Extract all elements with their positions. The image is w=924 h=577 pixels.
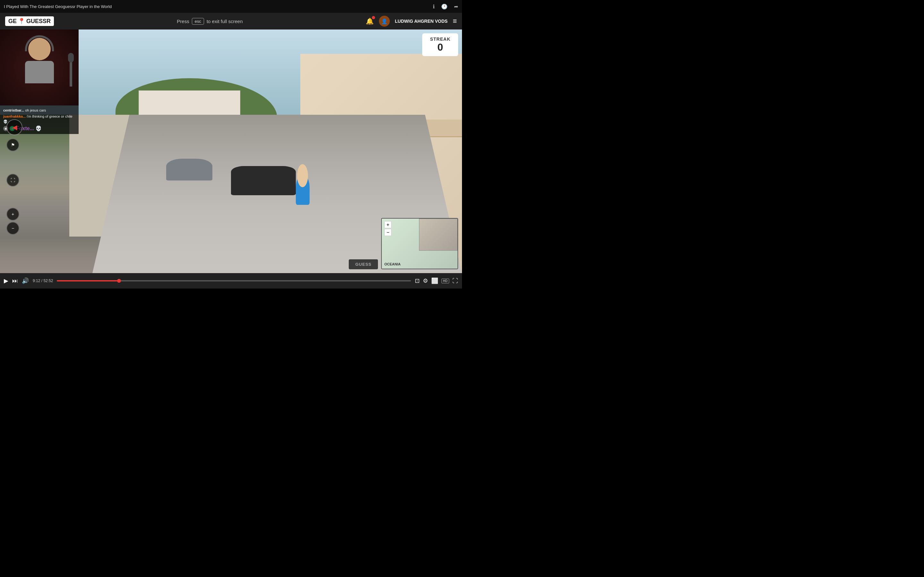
progress-bar-container[interactable] [57, 280, 411, 282]
streamer-body [25, 61, 54, 83]
map-zoom-controls: + − [384, 221, 391, 236]
hd-badge: HD [441, 279, 449, 284]
bottom-bar: ▶ ⏭ 🔊 9:12 / 52:52 ⊡ ⚙ ⬜ HD ⛶ [0, 273, 462, 288]
skip-button[interactable]: ⏭ [12, 277, 18, 284]
chat-line-1: centristbar... oh jesus cars [3, 108, 75, 113]
volume-button[interactable]: 🔊 [22, 277, 29, 284]
streak-box: STREAK 0 [422, 33, 458, 56]
direction-arrow[interactable]: ◀ [6, 119, 23, 135]
arrow-icon: ◀ [12, 123, 17, 131]
play-button[interactable]: ▶ [4, 277, 8, 284]
subtitles-button[interactable]: ⊡ [415, 277, 420, 284]
mini-map-content: + − OCEANIA [382, 219, 457, 269]
mini-map[interactable]: + − OCEANIA [381, 218, 458, 269]
guess-button[interactable]: GUESS [349, 259, 378, 269]
webcam-overlay [0, 29, 79, 105]
car-covered [166, 159, 212, 181]
youtube-header: GE 📍 GUESSR Press esc to exit full scree… [0, 13, 462, 29]
thumb-inner [419, 219, 457, 250]
title-icons: ℹ 🕐 ➦ [433, 3, 458, 10]
mic-head [68, 53, 74, 63]
map-zoom-in[interactable]: + [384, 221, 391, 228]
notification-bell-icon[interactable]: 🔔 [366, 17, 374, 25]
esc-key-badge: esc [192, 18, 204, 25]
channel-name: LUDWIG AHGREN VODS [395, 19, 447, 24]
headphones [25, 35, 54, 51]
chat-user-2: juanfrakkka... [3, 114, 26, 118]
info-icon[interactable]: ℹ [433, 3, 435, 10]
streak-value: 0 [430, 42, 451, 53]
time-display: 9:12 / 52:52 [33, 279, 53, 283]
fullscreen-suffix: to exit full screen [207, 19, 243, 24]
clock-icon[interactable]: 🕐 [441, 3, 447, 10]
car-dark [231, 166, 296, 195]
flag-button[interactable]: ⚑ [6, 139, 19, 151]
zoom-out-button[interactable]: − [6, 222, 19, 235]
fullscreen-button[interactable]: ⛶ [452, 277, 458, 284]
page-title: I Played With The Greatest Geoguessr Pla… [4, 4, 111, 9]
settings-button[interactable]: ⚙ [423, 277, 428, 284]
chat-user-1: centristbar... [3, 108, 24, 112]
flag-ctrl[interactable]: ⚑ [6, 139, 19, 151]
logo-geo-text: GE [8, 18, 17, 25]
zoom-in-button[interactable]: + [6, 208, 19, 221]
main-content: centristbar... oh jesus cars juanfrakkka… [0, 29, 462, 273]
progress-bar-fill [57, 280, 119, 282]
menu-icon[interactable]: ≡ [453, 17, 457, 25]
chat-emoji: 💀 [35, 125, 42, 131]
streak-label: STREAK [430, 37, 451, 42]
title-bar: I Played With The Greatest Geoguessr Pla… [0, 0, 462, 13]
header-right: 🔔 👤 LUDWIG AHGREN VODS ≡ [366, 16, 457, 27]
map-zoom-out[interactable]: − [384, 229, 391, 236]
arrow-circle[interactable]: ◀ [6, 119, 23, 135]
expand-ctrl[interactable]: ⛶ [6, 174, 19, 187]
logo-pin-icon: 📍 [18, 18, 25, 25]
streamer-figure [20, 38, 59, 83]
mic-stand [69, 61, 72, 87]
chat-message-1: oh jesus cars [25, 108, 46, 112]
progress-bar-background[interactable] [57, 280, 411, 282]
streamer-head [28, 38, 51, 60]
map-thumbnail [419, 219, 457, 251]
time-total: 52:52 [43, 279, 53, 283]
fullscreen-notice: Press esc to exit full screen [59, 18, 360, 25]
theater-button[interactable]: ⬜ [431, 277, 438, 284]
press-text: Press [177, 19, 189, 24]
oceania-label: OCEANIA [384, 262, 401, 266]
webcam-background [0, 29, 79, 105]
time-current: 9:12 [33, 279, 40, 283]
logo-guessr-text: GUESSR [26, 18, 51, 25]
expand-button[interactable]: ⛶ [6, 174, 19, 187]
right-controls: ⊡ ⚙ ⬜ HD ⛶ [415, 277, 458, 284]
geoguessr-logo[interactable]: GE 📍 GUESSR [5, 16, 54, 26]
expand-icon: ⛶ [11, 177, 15, 183]
person [296, 176, 310, 205]
zoom-controls-left: + − [6, 208, 19, 235]
avatar[interactable]: 👤 [379, 16, 390, 27]
flag-icon: ⚑ [11, 142, 15, 147]
share-icon[interactable]: ➦ [454, 3, 458, 10]
